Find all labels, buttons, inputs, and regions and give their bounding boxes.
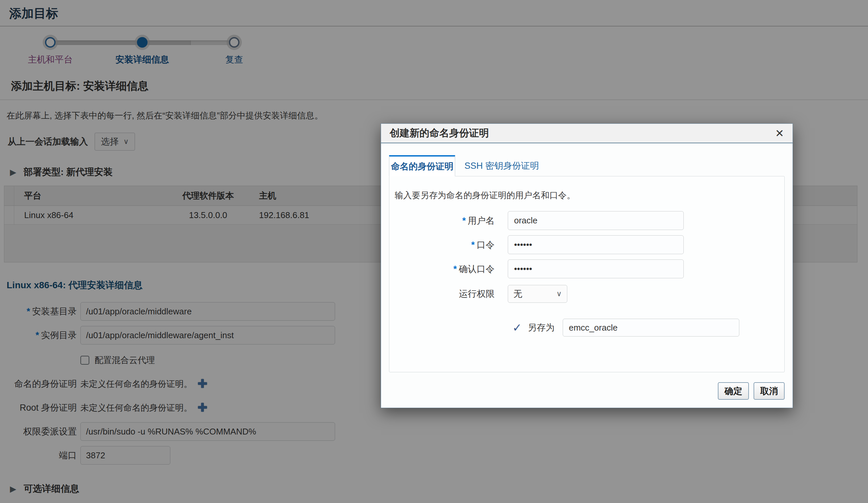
required-icon: * bbox=[462, 216, 466, 226]
named-credential-panel: 输入要另存为命名的身份证明的用户名和口令。 *用户名 *口令 *确认口令 运行权… bbox=[389, 176, 785, 372]
run-privilege-label: 运行权限 bbox=[389, 288, 495, 300]
username-row: *用户名 bbox=[389, 211, 784, 230]
close-icon[interactable]: ✕ bbox=[775, 128, 784, 138]
confirm-password-row: *确认口令 bbox=[389, 259, 784, 278]
password-label: *口令 bbox=[389, 239, 495, 251]
dialog-footer: 确定 取消 bbox=[718, 382, 785, 400]
required-icon: * bbox=[453, 264, 457, 274]
required-icon: * bbox=[471, 240, 475, 250]
confirm-password-input[interactable] bbox=[508, 259, 684, 278]
dialog-header: 创建新的命名身份证明 ✕ bbox=[381, 124, 793, 143]
save-as-row: ✓ 另存为 bbox=[513, 319, 784, 337]
dialog-instruction: 输入要另存为命名的身份证明的用户名和口令。 bbox=[395, 189, 784, 201]
run-privilege-dropdown[interactable]: 无 ∨ bbox=[508, 285, 567, 303]
tab-named-credential[interactable]: 命名的身份证明 bbox=[389, 155, 455, 176]
tab-ssh-key-credential[interactable]: SSH 密钥身份证明 bbox=[455, 155, 548, 176]
save-as-label: 另存为 bbox=[528, 322, 555, 333]
chevron-down-icon: ∨ bbox=[556, 289, 562, 298]
confirm-password-label: *确认口令 bbox=[389, 263, 495, 275]
username-input[interactable] bbox=[508, 211, 684, 230]
save-as-input[interactable] bbox=[563, 319, 739, 337]
dialog-body: 命名的身份证明 SSH 密钥身份证明 输入要另存为命名的身份证明的用户名和口令。… bbox=[381, 143, 793, 372]
password-input[interactable] bbox=[508, 235, 684, 254]
cancel-button[interactable]: 取消 bbox=[754, 382, 785, 400]
dialog-title: 创建新的命名身份证明 bbox=[390, 126, 489, 140]
username-label: *用户名 bbox=[389, 215, 495, 227]
credential-tabbar: 命名的身份证明 SSH 密钥身份证明 bbox=[389, 155, 785, 176]
save-as-checkbox[interactable]: ✓ bbox=[513, 322, 522, 333]
run-privilege-value: 无 bbox=[513, 288, 522, 300]
ok-button[interactable]: 确定 bbox=[718, 382, 749, 400]
password-row: *口令 bbox=[389, 235, 784, 254]
create-credential-dialog: 创建新的命名身份证明 ✕ 命名的身份证明 SSH 密钥身份证明 输入要另存为命名… bbox=[381, 123, 793, 408]
run-privilege-row: 运行权限 无 ∨ bbox=[389, 285, 784, 303]
